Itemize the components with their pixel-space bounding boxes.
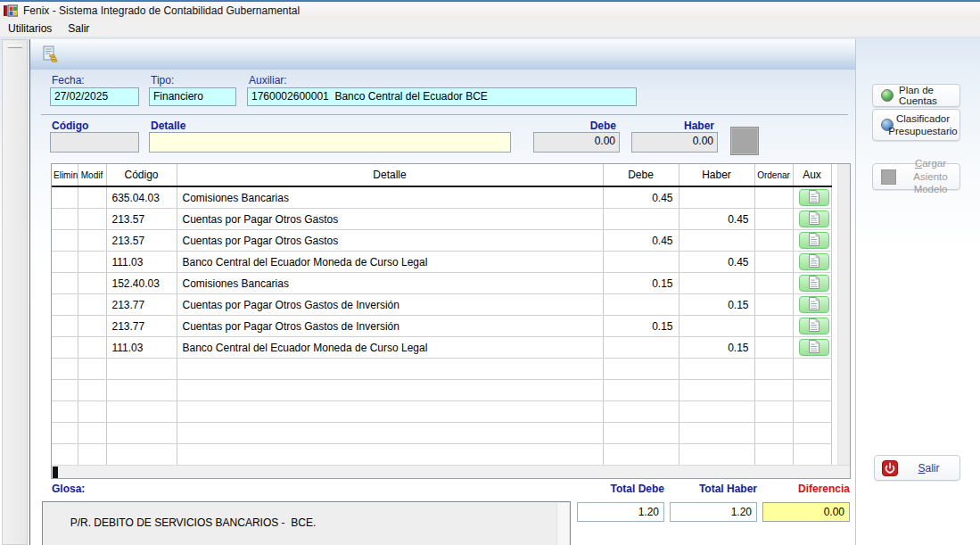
cell-modif[interactable] [78,359,106,380]
cell-debe [603,401,679,423]
header-aux[interactable]: Aux [793,164,831,186]
vertical-scrollbar[interactable] [837,164,851,465]
cell-elimin[interactable] [52,401,78,423]
cell-codigo: 635.04.03 [106,186,177,209]
horizontal-scrollbar-thumb[interactable] [53,467,58,478]
cell-modif[interactable] [78,186,106,209]
menu-salir[interactable]: Salir [60,21,97,37]
left-splitter-panel[interactable] [2,39,28,545]
entries-table: Elimin Modif Código Detalle Debe Haber O… [52,164,832,466]
main-panel: Fecha: Tipo: Auxiliar: 27/02/2025 Financ… [29,39,856,545]
cell-aux [793,230,831,252]
glosa-scrollbar[interactable] [556,503,569,545]
table-empty-row [52,401,831,423]
aux-button[interactable] [799,232,829,249]
haber-input[interactable]: 0.00 [631,132,718,153]
cell-elimin[interactable] [52,294,78,316]
document-icon [809,190,819,203]
cell-elimin[interactable] [52,444,78,466]
cargar-asiento-modelo-button[interactable]: Cargar Asiento Modelo [872,163,960,190]
cell-elimin[interactable] [52,186,78,209]
cell-haber [679,444,754,466]
cell-modif[interactable] [78,209,106,230]
cell-ordenar [754,186,793,209]
cell-modif[interactable] [78,401,106,423]
cell-elimin[interactable] [52,316,78,337]
cell-detalle: Banco Central del Ecuador Moneda de Curs… [177,337,603,359]
codigo-input[interactable] [50,132,139,153]
cell-modif[interactable] [78,316,106,337]
header-codigo[interactable]: Código [106,164,177,186]
clasificador-presupuestario-button[interactable]: Clasificador Presupuestario [872,109,960,141]
document-icon [809,276,819,289]
aux-button[interactable] [799,253,829,270]
header-detalle[interactable]: Detalle [177,164,603,186]
cell-ordenar [754,423,793,444]
cell-ordenar [754,209,793,230]
cell-codigo [106,401,177,423]
aux-button[interactable] [799,189,829,206]
cell-debe [603,337,679,359]
splitter-grip-icon[interactable] [8,45,22,48]
cell-codigo: 152.40.03 [106,273,177,294]
entry-action-button[interactable] [730,127,759,155]
green-sphere-icon [881,89,894,102]
debe-input[interactable]: 0.00 [533,132,620,153]
auxiliar-input[interactable]: 1760002600001 Banco Central del Ecuador … [247,87,637,106]
cell-modif[interactable] [78,273,106,294]
aux-button[interactable] [799,296,829,313]
tipo-input[interactable]: Financiero [149,87,236,106]
table-row: 111.03 Banco Central del Ecuador Moneda … [52,252,831,273]
cell-modif[interactable] [78,252,106,273]
cell-modif[interactable] [78,230,106,252]
table-header-row: Elimin Modif Código Detalle Debe Haber O… [52,164,831,186]
cell-elimin[interactable] [52,252,78,273]
header-debe[interactable]: Debe [603,164,679,186]
plan-de-cuentas-button[interactable]: Plan de Cuentas [872,84,960,107]
aux-button[interactable] [799,339,829,356]
cell-elimin[interactable] [52,359,78,380]
fecha-input[interactable]: 27/02/2025 [50,87,139,106]
cell-haber [679,401,754,423]
cell-modif[interactable] [78,337,106,359]
cell-ordenar [754,444,793,466]
cell-elimin[interactable] [52,273,78,294]
cell-modif[interactable] [78,423,106,444]
cell-elimin[interactable] [52,230,78,252]
gray-square-icon [881,169,896,185]
aux-button[interactable] [799,275,829,292]
auxiliar-label: Auxiliar: [249,74,287,87]
cell-elimin[interactable] [52,209,78,230]
journal-entry-icon[interactable] [41,45,59,63]
entry-rows: 635.04.03 Comisiones Bancarias 0.45 213.… [52,186,831,466]
app-icon [4,4,18,18]
cell-aux [793,209,831,230]
cell-haber [679,423,754,444]
cell-elimin[interactable] [52,380,78,401]
menu-utilitarios[interactable]: Utilitarios [0,21,60,37]
header-haber[interactable]: Haber [679,164,754,186]
cell-debe: 0.15 [603,273,679,294]
total-debe-label: Total Debe [577,483,664,495]
header-elimin[interactable]: Elimin [52,164,78,186]
cargar-accel: C [915,158,922,169]
app-body: Fecha: Tipo: Auxiliar: 27/02/2025 Financ… [0,37,980,545]
aux-button[interactable] [799,318,829,334]
glosa-textarea[interactable]: P/R. DEBITO DE SERVICIOS BANCARIOS - BCE… [42,501,571,545]
glosa-label: Glosa: [52,483,85,495]
header-ordenar[interactable]: Ordenar [754,164,793,186]
cell-detalle: Comisiones Bancarias [177,186,603,209]
clasificador-label-line2: Presupuestario [888,126,957,136]
cell-modif[interactable] [78,380,106,401]
header-modif[interactable]: Modif [78,164,106,186]
aux-button[interactable] [799,211,829,227]
cell-modif[interactable] [78,294,106,316]
document-icon [809,233,819,246]
cell-elimin[interactable] [52,337,78,359]
detalle-input[interactable] [149,132,511,153]
cell-elimin[interactable] [52,423,78,444]
table-empty-row [52,444,831,466]
horizontal-scrollbar[interactable] [52,465,850,479]
cell-modif[interactable] [78,444,106,466]
salir-button[interactable]: Salir [874,455,960,481]
